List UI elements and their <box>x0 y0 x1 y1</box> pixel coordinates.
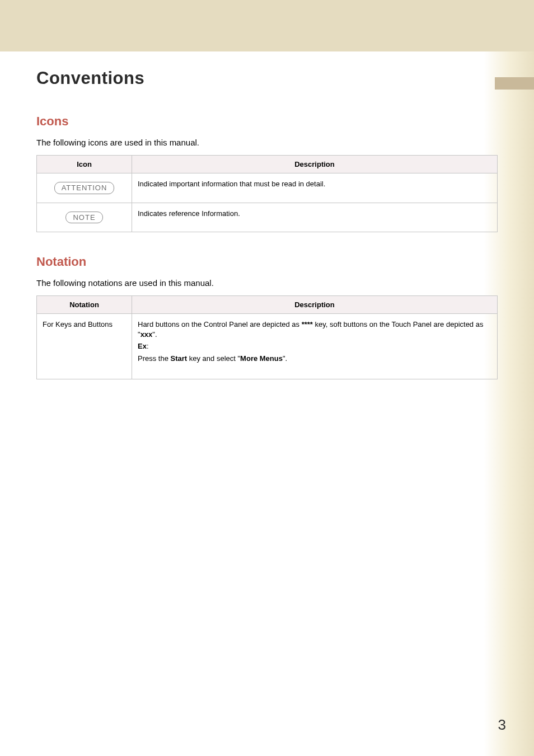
desc-text: Press the <box>138 354 171 363</box>
section-intro-icons: The following icons are used in this man… <box>36 138 498 147</box>
desc-text: Hard buttons on the Control Panel are de… <box>138 320 302 328</box>
ex-colon: : <box>147 342 149 350</box>
table-header-row: Notation Description <box>37 296 498 314</box>
icon-description: Indicates reference Information. <box>132 203 498 232</box>
notation-cell-description: Hard buttons on the Control Panel are de… <box>132 314 498 379</box>
section-heading-icons: Icons <box>36 114 498 129</box>
page-title: Conventions <box>36 68 498 88</box>
page-content: Conventions Icons The following icons ar… <box>0 51 534 379</box>
icons-header-icon: Icon <box>37 156 132 173</box>
notation-cell-label: For Keys and Buttons <box>37 314 132 379</box>
icons-table: Icon Description ATTENTION Indicated imp… <box>36 155 498 232</box>
page-number: 3 <box>498 716 506 734</box>
section-intro-notation: The following notations are used in this… <box>36 278 498 288</box>
desc-bold: **** <box>302 320 313 328</box>
table-row: NOTE Indicates reference Information. <box>37 203 498 232</box>
icon-description: Indicated important information that mus… <box>132 173 498 203</box>
desc-bold: Start <box>171 354 188 363</box>
note-icon: NOTE <box>65 212 102 224</box>
table-row: For Keys and Buttons Hard buttons on the… <box>37 314 498 379</box>
desc-text: key and select " <box>187 354 240 363</box>
desc-text: ". <box>152 330 157 339</box>
desc-bold: xxx <box>140 330 153 339</box>
notation-table: Notation Description For Keys and Button… <box>36 295 498 379</box>
table-header-row: Icon Description <box>37 156 498 173</box>
icon-cell-attention: ATTENTION <box>37 173 132 203</box>
icon-cell-note: NOTE <box>37 203 132 232</box>
notation-header-notation: Notation <box>37 296 132 314</box>
icons-header-description: Description <box>132 156 498 173</box>
table-row: ATTENTION Indicated important informatio… <box>37 173 498 203</box>
desc-bold: More Menus <box>240 354 283 363</box>
notation-header-description: Description <box>132 296 498 314</box>
desc-text: ". <box>283 354 287 363</box>
section-heading-notation: Notation <box>36 255 498 269</box>
ex-label: Ex <box>138 342 147 350</box>
attention-icon: ATTENTION <box>54 182 115 194</box>
header-band <box>0 0 534 51</box>
